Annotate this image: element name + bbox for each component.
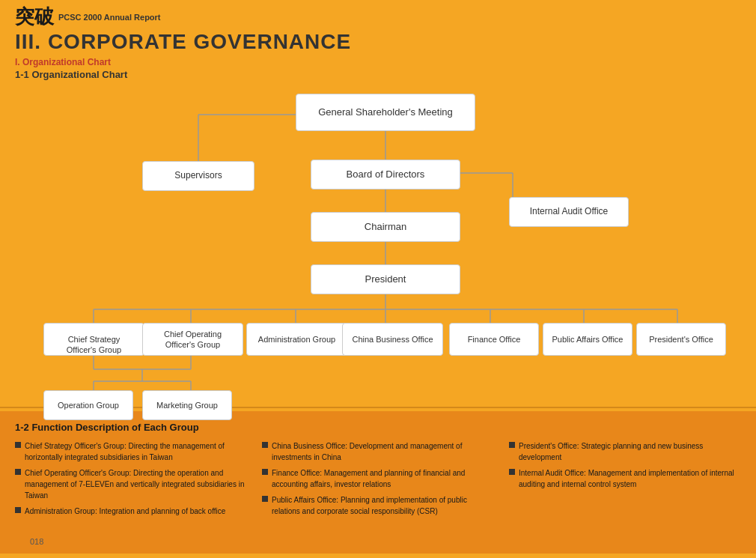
china-business-box: China Business Office — [342, 323, 443, 356]
logo-chinese: 突破 — [15, 7, 54, 27]
bullet-1-3 — [15, 507, 21, 513]
bullet-2-1 — [262, 442, 268, 448]
administration-box: Administration Group — [246, 323, 347, 356]
chairman-box: Chairman — [311, 212, 460, 242]
header: 突破 PCSC 2000 Annual Report III. CORPORAT… — [0, 0, 756, 80]
function-columns: Chief Strategy Officer's Group: Directin… — [15, 440, 741, 521]
function-col-3: President's Office: Strategic planning a… — [509, 440, 741, 521]
function-item: Finance Office: Management and planning … — [262, 467, 494, 490]
bullet-2-2 — [262, 469, 268, 475]
function-text-1-1: Chief Strategy Officer's Group: Directin… — [25, 440, 247, 463]
chief-strategy-box: Chief StrategyOfficer's Group — [43, 323, 144, 356]
function-text-2-2: Finance Office: Management and planning … — [272, 467, 494, 490]
function-item: President's Office: Strategic planning a… — [509, 440, 741, 463]
bullet-1-2 — [15, 469, 21, 475]
function-item: Internal Audit Office: Management and im… — [509, 467, 741, 490]
function-text-2-3: Public Affairs Office: Planning and impl… — [272, 494, 494, 517]
presidents-office-box: President's Office — [636, 323, 726, 356]
function-col-2: China Business Office: Development and m… — [262, 440, 494, 521]
general-shareholders-box: General Shareholder's Meeting — [296, 94, 475, 131]
function-item: Administration Group: Integration and pl… — [15, 506, 247, 517]
bullet-3-2 — [509, 469, 515, 475]
operation-group-box: Operation Group — [43, 390, 133, 420]
function-col-1: Chief Strategy Officer's Group: Directin… — [15, 440, 247, 521]
supervisors-box: Supervisors — [142, 161, 254, 191]
bottom-section: 1-2 Function Description of Each Group C… — [0, 411, 756, 531]
function-text-3-2: Internal Audit Office: Management and im… — [519, 467, 741, 490]
main-title: III. CORPORATE GOVERNANCE — [15, 30, 741, 54]
public-affairs-box: Public Affairs Office — [543, 323, 632, 356]
function-title: 1-2 Function Description of Each Group — [15, 422, 741, 433]
bullet-1-1 — [15, 442, 21, 448]
function-item: Chief Strategy Officer's Group: Directin… — [15, 440, 247, 463]
logo-text: PCSC 2000 Annual Report — [58, 13, 161, 22]
org-chart: General Shareholder's Meeting Supervisor… — [19, 85, 737, 399]
board-directors-box: Board of Directors — [311, 160, 460, 189]
page-number: 018 — [15, 537, 43, 546]
function-item: Public Affairs Office: Planning and impl… — [262, 494, 494, 517]
org-chart-area: General Shareholder's Meeting Supervisor… — [0, 85, 756, 407]
marketing-group-box: Marketing Group — [142, 390, 232, 420]
finance-office-box: Finance Office — [449, 323, 539, 356]
section-label: I. Organizational Chart — [15, 57, 741, 67]
bullet-2-3 — [262, 496, 268, 502]
function-text-1-3: Administration Group: Integration and pl… — [25, 506, 225, 517]
page-footer: 018 — [0, 531, 756, 554]
internal-audit-box: Internal Audit Office — [509, 197, 629, 227]
subsection-label: 1-1 Organizational Chart — [15, 69, 741, 80]
function-item: Chief Operating Officer's Group: Directi… — [15, 467, 247, 501]
function-text-2-1: China Business Office: Development and m… — [272, 440, 494, 463]
function-item: China Business Office: Development and m… — [262, 440, 494, 463]
logo-area: 突破 PCSC 2000 Annual Report — [15, 7, 741, 27]
function-text-3-1: President's Office: Strategic planning a… — [519, 440, 741, 463]
bullet-3-1 — [509, 442, 515, 448]
chief-operating-box: Chief OperatingOfficer's Group — [142, 323, 243, 356]
function-text-1-2: Chief Operating Officer's Group: Directi… — [25, 467, 247, 501]
president-box: President — [311, 264, 460, 294]
